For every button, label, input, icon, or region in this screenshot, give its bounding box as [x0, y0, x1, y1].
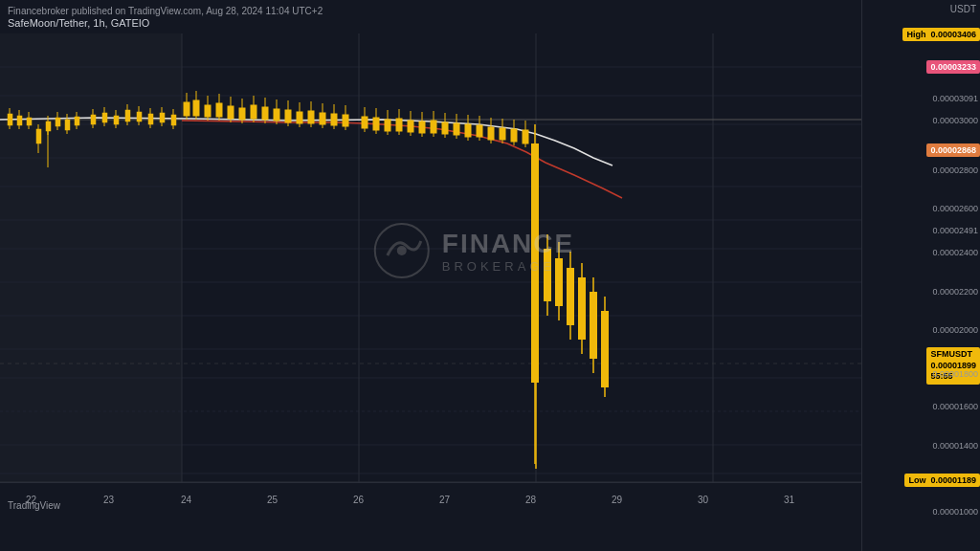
watermark-title: FINANCE	[442, 229, 574, 259]
price-2200: 0.00002200	[932, 287, 978, 297]
price-3000: 0.00003000	[932, 116, 978, 125]
xaxis-label-28: 28	[525, 495, 536, 505]
watermark-icon	[373, 222, 431, 279]
xaxis: 22 23 24 25 26 27 28 29 30 31	[0, 482, 861, 517]
svg-point-132	[397, 246, 407, 255]
price-2600: 0.00002600	[932, 204, 978, 213]
currency-label: USDT	[950, 4, 976, 14]
xaxis-label-26: 26	[353, 495, 364, 505]
chart-container: Financebroker published on TradingView.c…	[0, 0, 861, 551]
xaxis-label-29: 29	[612, 495, 622, 505]
xaxis-label-27: 27	[439, 495, 450, 505]
watermark-subtitle: BROKERAGE	[442, 259, 574, 274]
price-2000: 0.00002000	[932, 325, 978, 335]
pink-price-badge: 0.00003233	[926, 60, 980, 74]
tradingview-logo: TradingView	[8, 500, 60, 511]
orange-price-badge: 0.00002868	[926, 143, 980, 157]
price-1600: 0.00001600	[932, 402, 978, 411]
watermark-text: FINANCE BROKERAGE	[442, 229, 574, 274]
high-badge: High 0.00003406	[902, 28, 980, 41]
watermark: FINANCE BROKERAGE	[373, 222, 574, 279]
chart-area: FINANCE BROKERAGE 22 23 24 25 26 27 28 2…	[0, 33, 861, 517]
low-badge: Low 0.00001189	[904, 474, 980, 487]
price-3091: 0.00003091	[932, 94, 978, 103]
price-1400: 0.00001400	[932, 441, 978, 451]
price-axis: USDT High 0.00003406 0.00003233 0.000030…	[861, 0, 980, 551]
price-2400: 0.00002400	[932, 248, 978, 257]
xaxis-label-31: 31	[784, 495, 794, 505]
xaxis-label-24: 24	[181, 495, 191, 505]
current-price-badge: SFMUSDT0.0000189955:55	[926, 347, 980, 385]
xaxis-label-25: 25	[267, 495, 278, 505]
svg-rect-1	[0, 33, 182, 482]
publisher-info: Financebroker published on TradingView.c…	[8, 6, 323, 16]
price-1800: 0.00001800	[932, 369, 978, 379]
pair-title: SafeMoon/Tether, 1h, GATEIO	[8, 17, 149, 29]
xaxis-label-30: 30	[698, 495, 708, 505]
price-2800: 0.00002800	[932, 165, 978, 175]
price-2491: 0.00002491	[932, 226, 978, 235]
xaxis-label-23: 23	[103, 495, 114, 505]
price-1000: 0.00001000	[932, 507, 978, 517]
